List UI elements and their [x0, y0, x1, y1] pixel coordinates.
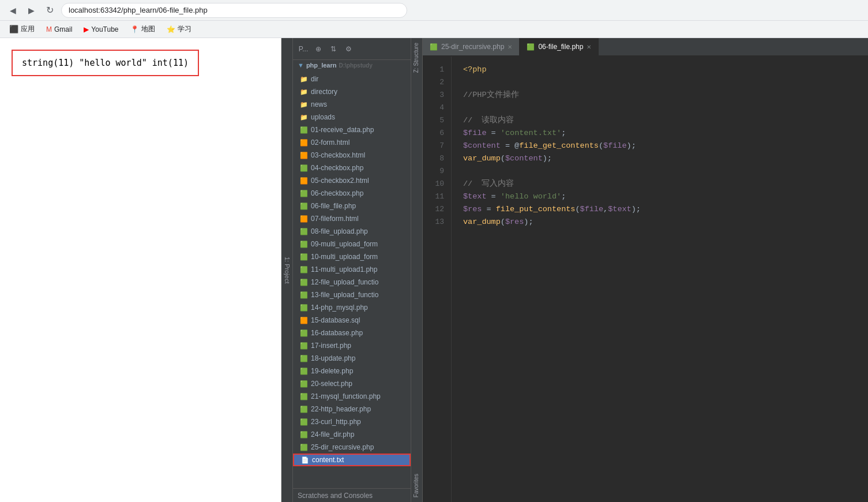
code-line-7: $content = @file_get_contents($file); [463, 140, 868, 152]
file-06cb[interactable]: 🟩 06-checkbox.php [293, 187, 411, 200]
file-12[interactable]: 🟩 12-file_upload_functio [293, 276, 411, 289]
gmail-icon: M [46, 25, 52, 33]
project-root[interactable]: ▼ php_learn D:\phpstudy [293, 60, 411, 70]
tab-25-dir[interactable]: 🟩 25-dir_recursive.php ✕ [423, 38, 520, 55]
maps-icon: 📍 [130, 25, 139, 33]
html-file-icon: 🟧 [300, 139, 308, 147]
file-06ff[interactable]: 🟩 06-file_file.php [293, 200, 411, 212]
tab-bar: 🟩 25-dir_recursive.php ✕ 🟩 06-file_file.… [423, 38, 868, 57]
tab-25-close[interactable]: ✕ [508, 44, 512, 50]
address-bar[interactable]: localhost:63342/php_learn/06-file_file.p… [61, 3, 407, 18]
file-01[interactable]: 🟩 01-receive_data.php [293, 123, 411, 136]
folder-directory[interactable]: 📁 directory [293, 85, 411, 98]
file-13[interactable]: 🟩 13-file_upload_functio [293, 289, 411, 301]
study-icon: ⭐ [167, 25, 175, 33]
line-num-10: 10 [423, 178, 451, 190]
file-18[interactable]: 🟩 18-update.php [293, 352, 411, 365]
php-file-icon: 🟩 [300, 203, 308, 210]
bookmark-study[interactable]: ⭐ 学习 [162, 23, 196, 35]
code-editor[interactable]: 1 2 3 4 5 6 7 8 9 10 11 12 13 [423, 57, 868, 502]
folder-icon: 📁 [300, 114, 308, 121]
youtube-icon: ▶ [84, 25, 89, 33]
add-button[interactable]: ⊕ [313, 43, 324, 55]
file-04[interactable]: 🟩 04-checkbox.php [293, 162, 411, 174]
php-file-icon: 🟩 [300, 380, 308, 388]
sidebar-header: P... ⊕ ⇅ ⚙ [293, 38, 411, 60]
back-button[interactable]: ◀ [6, 3, 20, 17]
forward-button[interactable]: ▶ [24, 3, 38, 17]
folder-news[interactable]: 📁 news [293, 98, 411, 111]
project-name: php_learn [306, 62, 337, 69]
file-14[interactable]: 🟩 14-php_mysql.php [293, 301, 411, 314]
tab-php-icon: 🟩 [430, 43, 438, 51]
file-03[interactable]: 🟧 03-checkbox.html [293, 149, 411, 162]
php-file-icon: 🟩 [300, 190, 308, 197]
bookmark-maps[interactable]: 📍 地图 [126, 23, 160, 35]
file-21[interactable]: 🟩 21-mysql_function.php [293, 390, 411, 403]
file-22[interactable]: 🟩 22-http_header.php [293, 403, 411, 415]
bookmark-apps[interactable]: ⬛ 应用 [5, 23, 39, 35]
folder-uploads[interactable]: 📁 uploads [293, 111, 411, 123]
php-file-icon: 🟩 [300, 444, 308, 451]
line-num-8: 8 [423, 152, 451, 165]
code-line-10: // 写入内容 [463, 178, 868, 190]
line-num-7: 7 [423, 140, 451, 152]
sql-file-icon: 🟧 [300, 317, 308, 324]
main-content: string(11) "hello world" int(11) 1: Proj… [0, 38, 868, 502]
tab-php-icon: 🟩 [527, 43, 535, 51]
browser-nav-bar: ◀ ▶ ↻ localhost:63342/php_learn/06-file_… [0, 0, 868, 21]
bookmark-study-label: 学习 [178, 24, 191, 34]
scratches-bar[interactable]: Scratches and Consoles [293, 488, 411, 502]
file-07[interactable]: 🟧 07-fileform.html [293, 212, 411, 225]
file-19[interactable]: 🟩 19-delete.php [293, 365, 411, 377]
file-10[interactable]: 🟩 10-multi_upload_form [293, 250, 411, 263]
line-num-6: 6 [423, 127, 451, 140]
code-line-6: $file = 'content.txt'; [463, 127, 868, 140]
php-file-icon: 🟩 [300, 355, 308, 362]
file-02[interactable]: 🟧 02-form.html [293, 136, 411, 149]
bookmark-youtube[interactable]: ▶ YouTube [79, 24, 123, 35]
sort-button[interactable]: ⇅ [328, 43, 339, 55]
html-file-icon: 🟧 [300, 177, 308, 185]
line-num-13: 13 [423, 216, 451, 228]
structure-label[interactable]: Z: Structure [411, 38, 422, 77]
php-file-icon: 🟩 [300, 418, 308, 426]
line-num-11: 11 [423, 190, 451, 203]
file-20[interactable]: 🟩 20-select.php [293, 377, 411, 390]
project-panel-label[interactable]: 1: Project [281, 38, 293, 502]
php-file-icon: 🟩 [300, 126, 308, 134]
file-08[interactable]: 🟩 08-file_upload.php [293, 225, 411, 238]
code-line-3: //PHP文件操作 [463, 89, 868, 102]
file-11[interactable]: 🟩 11-multi_upload1.php [293, 263, 411, 276]
settings-button[interactable]: ⚙ [343, 43, 354, 55]
folder-dir[interactable]: 📁 dir [293, 73, 411, 85]
file-05[interactable]: 🟧 05-checkbox2.html [293, 174, 411, 187]
file-content-txt[interactable]: 📄 content.txt [293, 454, 411, 466]
file-16[interactable]: 🟩 16-database.php [293, 327, 411, 339]
file-24[interactable]: 🟩 24-file_dir.php [293, 428, 411, 441]
reload-button[interactable]: ↻ [43, 3, 57, 17]
php-file-icon: 🟩 [300, 304, 308, 312]
file-15[interactable]: 🟧 15-database.sql [293, 314, 411, 327]
bookmark-gmail[interactable]: M Gmail [42, 24, 77, 35]
bookmark-youtube-label: YouTube [91, 25, 118, 33]
project-dropdown-button[interactable]: P... [298, 43, 309, 55]
line-num-2: 2 [423, 76, 451, 89]
side-labels: Z: Structure Favorites [411, 38, 423, 502]
ide-sidebar: P... ⊕ ⇅ ⚙ ▼ php_learn D:\php [293, 38, 411, 502]
scratches-label: Scratches and Consoles [298, 492, 373, 500]
line-numbers: 1 2 3 4 5 6 7 8 9 10 11 12 13 [423, 57, 452, 502]
file-17[interactable]: 🟩 17-insert.php [293, 339, 411, 352]
file-23[interactable]: 🟩 23-curl_http.php [293, 415, 411, 428]
tab-06-close[interactable]: ✕ [587, 44, 591, 50]
file-25[interactable]: 🟩 25-dir_recursive.php [293, 441, 411, 454]
output-text: string(11) "hello world" int(11) [22, 58, 189, 68]
php-file-icon: 🟩 [300, 228, 308, 235]
folder-icon: 📁 [300, 88, 308, 96]
code-content[interactable]: <?php //PHP文件操作 // 读取内容 $file = 'content… [452, 57, 868, 502]
favorites-label[interactable]: Favorites [411, 469, 422, 502]
code-line-5: // 读取内容 [463, 114, 868, 127]
file-09[interactable]: 🟩 09-multi_upload_form [293, 238, 411, 250]
code-line-11: $text = 'hello world'; [463, 190, 868, 203]
tab-06-file[interactable]: 🟩 06-file_file.php ✕ [520, 38, 599, 55]
